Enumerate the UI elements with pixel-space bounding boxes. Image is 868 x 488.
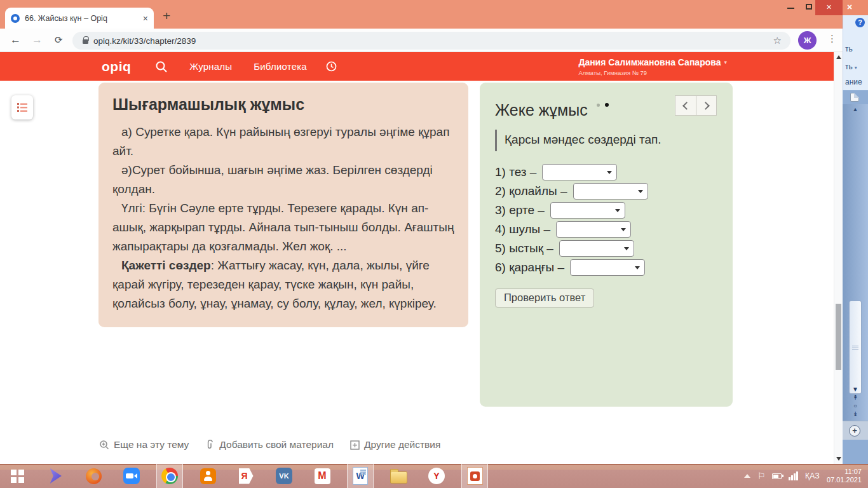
answer-select-2[interactable] <box>573 183 648 200</box>
item-label: 2) қолайлы – <box>495 184 567 198</box>
select-arrow-icon <box>615 209 620 212</box>
exercise-item: 5) ыстық – <box>495 239 717 258</box>
more-on-topic-link[interactable]: Еще на эту тему <box>99 439 189 451</box>
desktop: × ? ть ть▾ ание ▲ ▼ ↟ ○ ↡ + <box>0 0 868 488</box>
new-tab-button[interactable]: + <box>163 9 170 22</box>
background-window-powerpoint[interactable]: × ? ть ть▾ ание ▲ ▼ ↟ ○ ↡ + <box>843 0 868 464</box>
battery-icon[interactable] <box>772 473 782 479</box>
scroll-down-icon[interactable] <box>836 457 841 461</box>
ribbon-fragment: ть <box>845 44 853 53</box>
gmail-icon: M <box>315 468 330 484</box>
chevron-down-icon: ▾ <box>724 59 727 65</box>
nav-library[interactable]: Библиотека <box>254 61 307 72</box>
select-arrow-icon <box>624 247 629 250</box>
bookmark-star-icon[interactable]: ☆ <box>773 35 782 46</box>
chevron-down-icon: ▾ <box>855 65 857 71</box>
add-material-link[interactable]: Добавить свой материал <box>205 439 334 451</box>
tray-expand-icon[interactable] <box>744 474 750 478</box>
page-dot-active[interactable] <box>605 103 609 107</box>
opiq-logo[interactable]: opiq <box>102 59 131 74</box>
tab-close-icon[interactable]: × <box>143 14 148 23</box>
pp-prev-slide-icon[interactable]: ↟ <box>853 394 858 402</box>
user-name: Дания Салимжановна Сапарова <box>578 57 721 67</box>
item-label: 4) шулы – <box>495 222 550 236</box>
window-minimize-button[interactable] <box>787 8 794 9</box>
taskbar-odnoklassniki[interactable] <box>194 464 221 488</box>
other-actions-link[interactable]: Другие действия <box>350 439 440 451</box>
bg-scrollbar-thumb[interactable] <box>849 301 862 394</box>
start-button[interactable] <box>4 464 31 488</box>
action-center-flag-icon[interactable]: ⚐ <box>757 471 766 480</box>
footer-actions: Еще на эту тему Добавить свой материал Д… <box>99 439 440 451</box>
item-label: 3) ерте – <box>495 203 545 217</box>
next-exercise-button[interactable] <box>696 96 716 115</box>
bg-statusbar: + <box>843 421 868 440</box>
nav-journals[interactable]: Журналы <box>189 61 232 72</box>
language-indicator[interactable]: ҚАЗ <box>805 471 820 480</box>
kmplayer-icon <box>47 468 64 484</box>
windows-logo-icon <box>11 470 24 483</box>
table-of-contents-button[interactable] <box>11 95 33 119</box>
taskbar-chrome-active[interactable] <box>156 464 183 488</box>
history-clock-icon[interactable] <box>326 61 337 72</box>
answer-select-4[interactable] <box>556 221 631 238</box>
pagination-dots[interactable] <box>592 98 609 109</box>
zoom-app-icon <box>123 468 140 484</box>
zoom-in-icon[interactable]: + <box>849 425 860 437</box>
window-maximize-button[interactable] <box>806 4 812 10</box>
taskbar-powerpoint-active[interactable] <box>461 464 488 488</box>
scroll-up-icon[interactable]: ▲ <box>843 106 868 112</box>
search-icon[interactable] <box>155 60 168 73</box>
pp-next-slide-icon[interactable]: ↡ <box>853 410 858 418</box>
taskbar-kmplayer[interactable] <box>42 464 69 488</box>
forward-icon[interactable]: → <box>32 33 43 47</box>
scrollbar-thumb[interactable] <box>836 304 841 370</box>
window-close-button[interactable]: × <box>815 0 843 15</box>
reload-icon[interactable]: ⟳ <box>55 33 63 47</box>
pp-scroll-down-icon[interactable]: ▼ <box>852 386 858 393</box>
exercise-item: 6) қараңғы – <box>495 258 717 277</box>
address-bar[interactable]: opiq.kz/kit/33/chapter/2839 ☆ <box>72 32 790 50</box>
taskbar-clock[interactable]: 11:07 07.01.2021 <box>827 468 862 484</box>
page-scrollbar[interactable] <box>834 52 843 464</box>
browser-tab[interactable]: 66. Жайсыз күн – Opiq × <box>5 8 154 29</box>
scroll-up-icon[interactable] <box>836 55 841 59</box>
taskbar-yandex-browser[interactable]: Y <box>423 464 450 488</box>
help-icon[interactable]: ? <box>855 18 865 27</box>
page-dot[interactable] <box>597 104 600 107</box>
browser-menu-icon[interactable]: ⋮ <box>827 33 837 44</box>
chevron-left-icon <box>682 102 691 110</box>
answer-select-3[interactable] <box>550 202 625 219</box>
vk-icon: VK <box>276 468 292 484</box>
answer-select-5[interactable] <box>559 240 634 257</box>
chevron-right-icon <box>702 102 710 110</box>
profile-avatar[interactable]: Ж <box>798 31 817 50</box>
taskbar-file-explorer[interactable] <box>385 464 412 488</box>
task-paragraph: а) Суретке қара. Күн райының өзгеруі тур… <box>112 123 454 161</box>
check-answer-button[interactable]: Проверить ответ <box>495 288 594 308</box>
taskbar-zoom[interactable] <box>118 464 145 488</box>
plus-square-icon <box>350 440 360 450</box>
taskbar-yandex-search[interactable]: Я <box>233 464 259 488</box>
exercise-instruction: Қарсы мәндес сөздерді тап. <box>495 130 717 151</box>
taskbar-gmail[interactable]: M <box>309 464 336 488</box>
bg-close-icon[interactable]: × <box>847 2 852 12</box>
taskbar-word-active[interactable]: W <box>347 464 374 488</box>
pp-browse-icon[interactable]: ○ <box>853 402 857 410</box>
bg-scrollbar[interactable]: ▲ ▼ ↟ ○ ↡ <box>843 104 868 421</box>
taskbar-flame-app[interactable] <box>80 464 107 488</box>
taskbar-vk[interactable]: VK <box>271 464 297 488</box>
item-label: 5) ыстық – <box>495 241 553 255</box>
exercise-item: 4) шулы – <box>495 220 717 239</box>
browser-titlebar: 66. Жайсыз күн – Opiq × + × <box>0 0 843 29</box>
exercise-pager <box>675 95 717 116</box>
answer-select-6[interactable] <box>570 259 645 276</box>
user-menu[interactable]: Дания Салимжановна Сапарова▾ Алматы, Гим… <box>578 57 727 76</box>
clock-time: 11:07 <box>827 468 862 476</box>
network-signal-icon[interactable] <box>789 471 798 480</box>
tab-favicon <box>11 14 20 23</box>
back-icon[interactable]: ← <box>10 33 21 47</box>
prev-exercise-button[interactable] <box>675 96 696 115</box>
exercise-card: Жеке жұмыс Қарсы мәндес сөздерді тап. 1)… <box>480 83 733 407</box>
answer-select-1[interactable] <box>542 164 617 180</box>
